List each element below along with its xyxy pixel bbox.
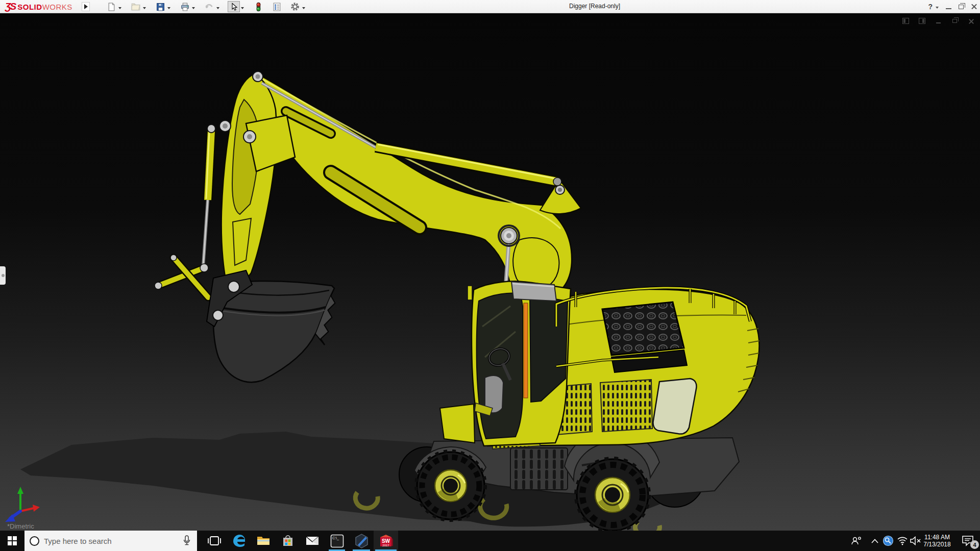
sw-year: 2017 <box>382 544 389 547</box>
save-dropdown-caret[interactable] <box>167 7 170 11</box>
help-button[interactable]: ? <box>928 3 933 11</box>
print-dropdown-caret[interactable] <box>192 7 195 11</box>
panel-tab-dot <box>2 274 5 277</box>
taskbar-solidworks-button[interactable]: SW 2017 <box>374 531 398 551</box>
clock-date: 7/13/2018 <box>923 541 950 548</box>
flyout-arrow-icon <box>84 4 90 9</box>
select-tool-button[interactable] <box>228 1 240 12</box>
solidworks-logo: ƷS SOLIDWORKS <box>5 1 72 12</box>
tray-clock[interactable]: 11:48 AM 7/13/2018 <box>920 531 954 551</box>
quick-access-toolbar <box>105 1 307 13</box>
resource-monitor-icon <box>883 535 894 546</box>
rear-wheel[interactable] <box>576 458 649 531</box>
tray-resource-monitor-button[interactable] <box>881 531 895 551</box>
options-dropdown-caret[interactable] <box>302 7 305 11</box>
cmd-prompt-text: C:\_ <box>332 536 339 540</box>
open-button[interactable] <box>130 1 142 12</box>
taskbar-store-button[interactable] <box>276 531 300 551</box>
select-dropdown-caret[interactable] <box>241 7 244 11</box>
rear-window[interactable] <box>653 379 696 434</box>
command-prompt-icon: C:\_ <box>330 534 344 548</box>
close-button[interactable] <box>971 4 977 10</box>
sw-letters: SW <box>382 538 390 544</box>
people-icon <box>851 536 862 546</box>
tray-people-button[interactable] <box>849 531 864 551</box>
undo-arrow-icon <box>205 3 214 11</box>
doc-restore-button[interactable] <box>950 17 959 24</box>
action-center-button[interactable]: 4 <box>958 531 978 551</box>
tray-hidden-icons-button[interactable] <box>868 531 882 551</box>
solidworks-fullscreen: ƷS SOLIDWORKS <box>0 0 980 551</box>
cortana-icon <box>30 536 39 546</box>
close-icon <box>968 18 974 24</box>
task-view-icon <box>208 534 221 547</box>
search-input[interactable] <box>44 537 183 545</box>
pane-left-button[interactable] <box>901 17 910 24</box>
taskbar-command-prompt-button[interactable]: C:\_ <box>325 531 349 551</box>
taskbar-file-explorer-button[interactable] <box>251 531 276 551</box>
doc-minimize-button[interactable] <box>934 17 942 24</box>
rebuild-button[interactable] <box>252 1 264 12</box>
logo-solid-text: SOLID <box>17 3 42 11</box>
open-folder-icon <box>131 3 140 11</box>
windows-taskbar: C:\_ SW 2017 <box>0 531 980 551</box>
mirror <box>468 286 472 300</box>
rebuild-traffic-light-icon <box>255 2 262 12</box>
tray-wifi-button[interactable] <box>895 531 910 551</box>
new-dropdown-caret[interactable] <box>118 7 121 11</box>
front-wheel[interactable] <box>416 451 485 520</box>
task-view-button[interactable] <box>202 531 227 551</box>
viewport-3d-model[interactable] <box>0 13 980 531</box>
window-controls: ? <box>928 0 977 13</box>
new-document-button[interactable] <box>105 1 117 12</box>
logo-3s-glyph: ƷS <box>5 1 15 12</box>
clock-time: 11:48 AM <box>924 534 950 541</box>
print-icon <box>181 3 189 11</box>
composer-hexagon-icon <box>355 534 369 548</box>
new-document-icon <box>107 3 116 11</box>
taskbar-composer-button[interactable] <box>349 531 374 551</box>
document-window-controls <box>901 17 975 24</box>
options-gear-icon <box>290 2 300 11</box>
pane-right-button[interactable] <box>918 17 926 24</box>
save-button[interactable] <box>154 1 166 12</box>
engine-grid[interactable] <box>602 302 684 355</box>
doc-close-button[interactable] <box>967 17 975 24</box>
print-button[interactable] <box>179 1 191 12</box>
open-dropdown-caret[interactable] <box>143 7 146 11</box>
wifi-icon <box>897 536 908 545</box>
undo-dropdown-caret[interactable] <box>216 7 219 11</box>
pane-right-icon <box>919 18 925 24</box>
graphics-viewport[interactable]: *Dimetric <box>0 13 980 531</box>
file-explorer-icon <box>256 535 271 547</box>
windows-logo-icon <box>8 536 17 545</box>
help-dropdown-caret[interactable] <box>936 7 939 10</box>
restore-button[interactable] <box>959 5 964 9</box>
microphone-icon[interactable] <box>183 535 191 546</box>
solidworks-2017-icon: SW 2017 <box>378 533 394 548</box>
options-button[interactable] <box>289 1 301 12</box>
save-floppy-icon <box>156 3 165 11</box>
logo-works-text: WORKS <box>42 3 72 11</box>
orange-door-stripe <box>524 303 528 398</box>
start-button[interactable] <box>0 531 24 551</box>
undo-button[interactable] <box>203 1 215 12</box>
title-bar: ƷS SOLIDWORKS <box>0 0 980 13</box>
edge-icon <box>231 533 247 548</box>
window-title: Digger [Read-only] <box>569 3 620 10</box>
store-icon <box>281 534 295 547</box>
minimize-button[interactable] <box>946 8 951 9</box>
taskbar-edge-button[interactable] <box>227 531 251 551</box>
view-orientation-label: *Dimetric <box>7 522 34 530</box>
select-cursor-icon <box>230 3 238 11</box>
mail-icon <box>305 535 320 546</box>
notification-badge: 4 <box>970 540 979 549</box>
side-vent-panel[interactable] <box>600 380 652 432</box>
chevron-up-icon <box>871 539 878 543</box>
file-properties-button[interactable] <box>271 1 283 12</box>
pane-left-icon <box>902 18 909 24</box>
taskbar-mail-button[interactable] <box>300 531 325 551</box>
taskbar-search[interactable] <box>24 531 197 551</box>
collapsed-panel-tab[interactable] <box>0 266 6 285</box>
menu-flyout-button[interactable] <box>82 2 90 11</box>
